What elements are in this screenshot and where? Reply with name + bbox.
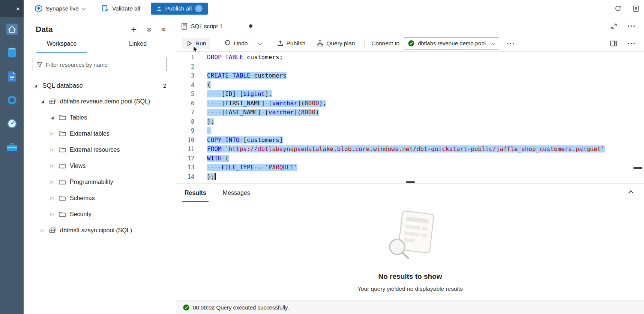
tree-item-tables[interactable]: ◢Tables [24,109,176,126]
tree-item-programmability[interactable]: ▷Programmability [24,174,176,190]
code-lines[interactable]: DROP TABLE customers;CREATE·TABLE·custom… [207,52,605,183]
tree-item-external-resources[interactable]: ▷External resources [24,142,176,158]
code-line-text: ····FILE_TYPE·=·'PARQUET' [207,164,297,171]
tree-item-label: Views [70,163,86,169]
code-line-6[interactable]: ····[FIRST_NAME]·[varchar](8000), [207,99,605,108]
line-number: 7 [176,108,194,117]
collapse-panel-icon[interactable]: « [161,26,166,33]
tab-results-label: Results [185,190,206,196]
pipeline-ring-icon [7,95,17,105]
properties-panel-icon[interactable] [610,40,617,46]
tab-linked[interactable]: Linked [100,36,176,53]
add-resource-icon[interactable]: + [131,26,137,33]
connect-to-dropdown[interactable]: dbtlabs.revenue.demo.pool [404,37,499,49]
tree-item-sql-database[interactable]: ◢SQL database2 [24,78,176,93]
tree-item-dbtmsft-azsyn-cipool-sql[interactable]: ▷dbtmsft.azsyn.cipool (SQL) [24,222,176,238]
more-icon[interactable]: ··· [507,40,515,47]
connected-check-icon [408,40,414,46]
code-line-1[interactable]: DROP TABLE customers; [207,53,605,62]
validate-all-button[interactable]: Validate all [102,5,140,12]
tree-item-views[interactable]: ▷Views [24,158,176,174]
code-line-text: WITH·( [207,155,229,162]
rail-item-data[interactable] [5,46,19,60]
editor-toolbar: Run Undo Publish Query p [176,35,644,52]
filter-box [33,58,167,71]
run-button[interactable]: Run [182,38,210,49]
code-line-5[interactable]: ····[ID]·[bigint], [207,90,605,99]
tree-item-schemas[interactable]: ▷Schemas [24,190,176,206]
results-panel: No results to show Your query yielded no… [176,202,644,300]
tree-item-security[interactable]: ▷Security [24,206,176,222]
rail-expander-button[interactable]: » [0,0,24,17]
expand-twisty-icon[interactable]: ▷ [49,131,55,136]
synapse-live-selector[interactable]: Synapse live [35,4,85,13]
code-line-2[interactable] [207,62,605,72]
activity-log-icon[interactable] [633,5,639,12]
undo-button[interactable]: Undo [220,38,252,49]
code-line-3[interactable]: CREATE·TABLE·customers [207,71,605,81]
query-plan-button[interactable]: Query plan [312,38,359,49]
line-number: 10 [176,136,194,145]
publish-button[interactable]: Publish [273,38,310,49]
tab-workspace[interactable]: Workspace [24,36,100,53]
expand-twisty-icon[interactable]: ▷ [49,147,55,152]
run-label: Run [195,40,206,47]
collapse-results-button[interactable] [629,184,644,202]
publish-all-button[interactable]: Publish all 1 [151,3,208,15]
line-number: 13 [176,163,194,172]
code-line-14[interactable]: ); [207,172,605,182]
code-line-9[interactable] [207,126,605,136]
chevron-down-icon [81,6,86,10]
code-line-text: ); [207,118,214,125]
more-icon[interactable]: ··· [627,40,636,47]
tab-messages[interactable]: Messages [221,184,252,202]
code-editor[interactable]: 1234567891011121314 DROP TABLE customers… [176,52,644,184]
expand-twisty-icon[interactable]: ▷ [39,228,45,233]
left-nav-rail [0,17,24,314]
tab-messages-label: Messages [223,190,250,196]
code-line-4[interactable]: ( [207,81,605,90]
tree-item-label: Tables [70,114,87,121]
rail-item-integrate[interactable] [5,93,19,107]
undo-dropdown-button[interactable] [254,40,266,47]
editor-scrollbar-mark[interactable] [633,167,642,169]
tree-item-label: SQL database [42,82,83,90]
code-line-13[interactable]: ····FILE_TYPE·=·'PARQUET' [207,163,605,172]
refresh-icon[interactable] [614,5,621,12]
collapse-twisty-icon[interactable]: ◢ [33,84,39,88]
code-line-text: CREATE·TABLE·customers [207,72,287,79]
rail-item-manage[interactable] [5,141,19,154]
expand-twisty-icon[interactable]: ▷ [49,212,55,217]
rail-item-develop[interactable] [5,70,19,83]
tab-sql-script-1[interactable]: SQL script 1 [176,17,258,35]
expand-twisty-icon[interactable]: ▷ [49,163,55,168]
collapse-twisty-icon[interactable]: ◢ [39,99,45,103]
collapse-all-icon[interactable] [146,27,152,32]
toolbar-divider [364,39,365,48]
tab-workspace-label: Workspace [36,36,87,53]
code-line-text: DROP TABLE customers; [207,54,283,61]
tree-item-external-tables[interactable]: ▷External tables [24,126,176,142]
pane-resize-handle[interactable] [406,181,415,183]
tree-item-dbtlabs-revenue-demo-pool-sql[interactable]: ◢dbtlabs.revenue.demo.pool (SQL) [24,93,176,109]
expand-twisty-icon[interactable]: ▷ [49,179,55,184]
expand-editor-icon[interactable] [611,23,617,29]
rail-item-monitor[interactable] [5,117,19,130]
folder-icon [59,211,66,217]
tab-results[interactable]: Results [182,184,209,202]
collapse-twisty-icon[interactable]: ◢ [49,115,55,120]
sidebar-tabs: Workspace Linked [24,36,176,53]
no-results-illustration [378,210,442,263]
filter-input[interactable] [46,61,163,68]
code-line-8[interactable]: ); [207,117,605,127]
tree-item-label: dbtmsft.azsyn.cipool (SQL) [60,227,132,234]
expand-twisty-icon[interactable]: ▷ [49,196,55,200]
code-line-11[interactable]: FROM·'https://dbtlabsynapsedatalake.blob… [207,145,605,154]
more-icon[interactable]: ··· [627,22,636,30]
folder-icon [59,115,66,121]
validate-check-icon [102,5,109,12]
code-line-10[interactable]: COPY·INTO·[customers] [207,136,605,145]
code-line-12[interactable]: WITH·( [207,154,605,163]
rail-item-home[interactable] [5,22,19,36]
code-line-7[interactable]: ····[LAST_NAME]·[varchar](8000) [207,108,605,117]
